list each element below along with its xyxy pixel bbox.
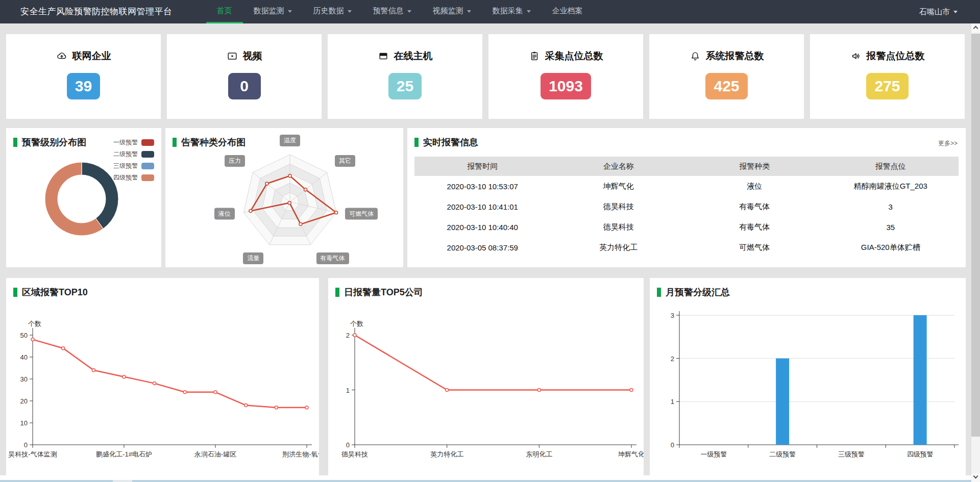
stat-label: 系统报警总数 <box>706 49 764 63</box>
svg-text:20: 20 <box>20 397 28 405</box>
nav-item-2[interactable]: 历史数据 <box>303 0 362 23</box>
card-daily-alarm-top5: 日报警量TOP5公司 012个数德昊科技英力特化工东明化工坤辉气化 <box>328 278 644 478</box>
legend-item-2[interactable]: 三级预警 <box>113 160 154 172</box>
svg-text:0: 0 <box>346 441 350 449</box>
table-cell: 2020-03-10 10:41:01 <box>414 202 551 211</box>
svg-text:坤辉气化: 坤辉气化 <box>618 450 644 458</box>
chevron-down-icon <box>467 10 471 15</box>
svg-text:三级预警: 三级预警 <box>838 450 865 458</box>
radar-axis-label-4: 流量 <box>243 252 263 264</box>
svg-text:二级预警: 二级预警 <box>769 450 796 458</box>
table-cell: 德昊科技 <box>551 202 687 212</box>
legend-swatch <box>141 151 154 158</box>
region-alarm-top10-line-chart: 01020304050个数昊科技-气体监测鹏盛化工-1#电石炉永润石油-罐区荆洪… <box>6 278 319 478</box>
title-marker <box>13 138 17 147</box>
table-cell: 2020-03-10 10:40:40 <box>414 223 551 232</box>
nav-item-label: 数据采集 <box>493 6 523 16</box>
chevron-down-icon <box>288 10 292 15</box>
chevron-down-icon <box>953 11 958 15</box>
table-body: 2020-03-10 10:53:07坤辉气化液位精醇南罐液位GT_203202… <box>414 176 959 258</box>
stat-label: 联网企业 <box>72 49 111 63</box>
legend-item-0[interactable]: 一级预警 <box>113 137 154 148</box>
title-marker <box>173 138 177 147</box>
table-row-3[interactable]: 2020-03-05 08:37:59英力特化工可燃气体GIA-520单体贮槽 <box>414 237 959 258</box>
table-row-0[interactable]: 2020-03-10 10:53:07坤辉气化液位精醇南罐液位GT_203 <box>414 176 959 196</box>
more-link[interactable]: 更多>> <box>938 139 958 148</box>
legend-label: 三级预警 <box>113 162 138 170</box>
svg-text:鹏盛化工-1#电石炉: 鹏盛化工-1#电石炉 <box>96 450 152 458</box>
stat-label-row: 在线主机 <box>328 49 482 63</box>
pie-legend: 一级预警二级预警三级预警四级预警 <box>113 137 154 184</box>
table-cell: 液位 <box>687 182 823 191</box>
table-header-cell: 报警时间 <box>414 162 551 171</box>
radar-axis-label-1: 其它 <box>335 155 355 167</box>
nav-menu: 首页数据监测历史数据预警信息视频监测数据采集企业档案 <box>206 0 594 23</box>
vertical-scrollbar[interactable] <box>971 23 980 482</box>
stat-label-row: 采集点位总数 <box>488 49 643 63</box>
card-title: 月预警分级汇总 <box>657 286 730 298</box>
radar-axis-labels: 温度其它可燃气体有毒气体流量液位压力 <box>165 128 403 267</box>
svg-text:30: 30 <box>20 375 28 383</box>
legend-label: 一级预警 <box>113 138 138 147</box>
legend-swatch <box>141 139 154 146</box>
svg-text:0: 0 <box>24 441 28 449</box>
legend-item-1[interactable]: 二级预警 <box>113 148 154 160</box>
stat-card-3: 采集点位总数 1093 <box>488 34 643 119</box>
table-header-cell: 企业名称 <box>551 162 687 171</box>
radar-axis-label-5: 液位 <box>214 208 235 220</box>
card-title: 预警级别分布图 <box>13 136 86 148</box>
app-title: 安全生产风险预警防控物联网管理平台 <box>20 0 173 23</box>
table-row-1[interactable]: 2020-03-10 10:41:01德昊科技有毒气体3 <box>414 196 959 217</box>
table-cell: 坤辉气化 <box>551 182 687 191</box>
svg-text:40: 40 <box>20 353 28 361</box>
nav-item-0[interactable]: 首页 <box>206 0 243 23</box>
nav-item-1[interactable]: 数据监测 <box>243 0 303 23</box>
legend-item-3[interactable]: 四级预警 <box>113 172 154 184</box>
stat-value-badge: 1093 <box>541 73 591 99</box>
scroll-down-button[interactable] <box>971 473 980 482</box>
legend-swatch <box>141 163 154 169</box>
nav-item-3[interactable]: 预警信息 <box>362 0 422 23</box>
stat-card-5: 报警点位总数 275 <box>810 34 965 119</box>
card-monthly-warning-summary: 月预警分级汇总 0123一级预警二级预警三级预警四级预警 <box>650 278 966 478</box>
nav-item-4[interactable]: 视频监测 <box>422 0 482 23</box>
nav-item-5[interactable]: 数据采集 <box>482 0 542 23</box>
nav-item-6[interactable]: 企业档案 <box>542 0 594 23</box>
nav-item-label: 企业档案 <box>552 6 583 16</box>
card-title-text: 预警级别分布图 <box>22 136 86 148</box>
stat-label-row: 系统报警总数 <box>649 49 804 63</box>
svg-text:个数: 个数 <box>350 320 363 327</box>
card-title-text: 月预警分级汇总 <box>666 286 730 298</box>
table-header-cell: 报警点位 <box>823 162 959 171</box>
svg-text:昊科技-气体监测: 昊科技-气体监测 <box>8 450 57 458</box>
legend-label: 二级预警 <box>113 150 138 159</box>
svg-text:1: 1 <box>671 398 674 405</box>
scroll-up-button[interactable] <box>971 23 980 32</box>
card-title: 告警种类分布图 <box>173 136 246 148</box>
stat-value-badge: 39 <box>67 73 100 99</box>
table-cell: 英力特化工 <box>551 243 687 252</box>
card-title-text: 告警种类分布图 <box>181 136 246 148</box>
stat-label: 视频 <box>243 49 262 63</box>
svg-text:3: 3 <box>671 312 674 319</box>
svg-text:10: 10 <box>20 419 28 427</box>
nav-item-label: 数据监测 <box>254 6 284 16</box>
video-icon <box>227 50 238 62</box>
stat-label: 报警点位总数 <box>867 49 925 63</box>
table-cell: 2020-03-10 10:53:07 <box>414 182 551 191</box>
legend-label: 四级预警 <box>113 173 138 182</box>
svg-text:个数: 个数 <box>28 320 41 327</box>
stat-label-row: 报警点位总数 <box>810 49 965 63</box>
region-selector[interactable]: 石嘴山市 <box>919 0 958 23</box>
table-row-2[interactable]: 2020-03-10 10:40:40德昊科技有毒气体35 <box>414 217 959 237</box>
card-alarm-type-distribution: 告警种类分布图 温度其它可燃气体有毒气体流量液位压力 <box>165 128 403 267</box>
stat-value-badge: 425 <box>705 73 747 99</box>
bell-icon <box>690 50 701 62</box>
title-marker <box>414 138 419 147</box>
card-title-text: 区域报警TOP10 <box>22 286 88 298</box>
daily-alarm-top5-line-chart: 012个数德昊科技英力特化工东明化工坤辉气化 <box>328 278 644 478</box>
svg-text:四级预警: 四级预警 <box>907 450 934 458</box>
table-header-cell: 报警种类 <box>687 162 823 171</box>
radar-axis-label-3: 有毒气体 <box>316 252 349 264</box>
scrollbar-thumb[interactable] <box>971 34 980 437</box>
